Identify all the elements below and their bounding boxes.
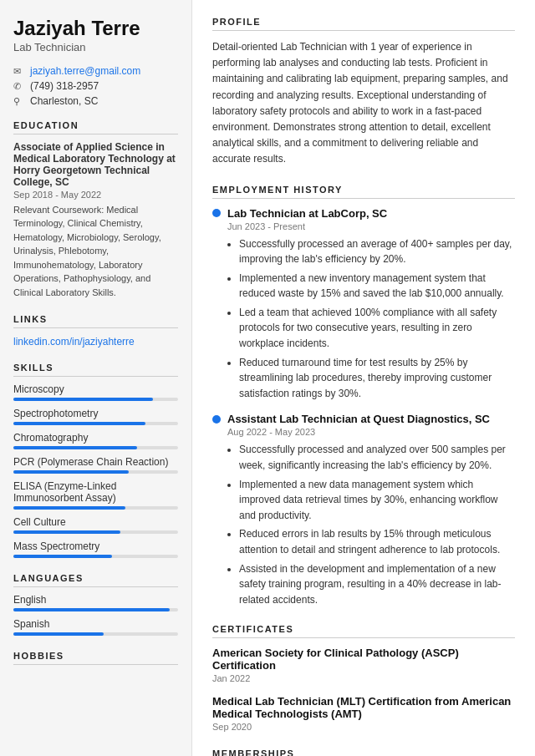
skill-bar-bg: [13, 470, 178, 474]
memberships-title: MEMBERSHIPS: [212, 748, 515, 756]
job-period: Jun 2023 - Present: [227, 221, 515, 231]
skill-bar-fill: [13, 470, 129, 474]
candidate-name: Jaziyah Terre: [13, 17, 178, 41]
job-entry: Assistant Lab Technician at Quest Diagno…: [212, 413, 515, 607]
job-bullets: Successfully processed and analyzed over…: [227, 442, 515, 607]
sidebar: Jaziyah Terre Lab Technician ✉ jaziyah.t…: [0, 0, 192, 756]
location-item: ⚲ Charleston, SC: [13, 95, 178, 107]
job-bullets: Successfully processed an average of 400…: [227, 236, 515, 402]
skill-bar-bg: [13, 398, 178, 401]
job-dot: [212, 209, 221, 217]
job-bullet: Successfully processed an average of 400…: [239, 236, 515, 267]
skills-list: Microscopy Spectrophotometry Chromatogra…: [13, 383, 178, 558]
edu-date: Sep 2018 - May 2022: [13, 190, 178, 200]
skill-name: PCR (Polymerase Chain Reaction): [13, 456, 178, 468]
profile-text: Detail-oriented Lab Technician with 1 ye…: [212, 39, 515, 168]
job-title: Assistant Lab Technician at Quest Diagno…: [227, 413, 490, 425]
cert-entry: Medical Lab Technician (MLT) Certificati…: [212, 695, 515, 732]
skill-bar-fill: [13, 398, 153, 401]
certs-list: American Society for Clinical Pathology …: [212, 647, 515, 732]
languages-title: LANGUAGES: [13, 573, 178, 587]
location-text: Charleston, SC: [30, 95, 98, 107]
skill-name: Spectrophotometry: [13, 408, 178, 419]
language-name: English: [13, 594, 178, 606]
employment-title: EMPLOYMENT HISTORY: [212, 185, 515, 199]
skill-name: Cell Culture: [13, 516, 178, 528]
certificates-title: CERTIFICATES: [212, 624, 515, 638]
skill-item: Microscopy: [13, 383, 178, 401]
language-bar-bg: [13, 608, 178, 611]
skill-bar-bg: [13, 555, 178, 558]
certificates-section: CERTIFICATES American Society for Clinic…: [212, 624, 515, 732]
cert-date: Jan 2022: [212, 673, 515, 683]
job-bullet: Reduced turnaround time for test results…: [239, 355, 515, 402]
skill-bar-bg: [13, 422, 178, 425]
language-bar-fill: [13, 608, 170, 611]
skill-item: Chromatography: [13, 432, 178, 449]
skill-name: Chromatography: [13, 432, 178, 444]
skill-bar-bg: [13, 446, 178, 449]
links-title: LINKS: [13, 314, 178, 328]
skill-bar-fill: [13, 422, 145, 425]
phone-icon: ✆: [13, 81, 25, 92]
language-name: Spanish: [13, 618, 178, 630]
phone-item: ✆ (749) 318-2957: [13, 80, 178, 92]
main-content: PROFILE Detail-oriented Lab Technician w…: [192, 0, 535, 756]
job-bullet: Implemented a new inventory management s…: [239, 271, 515, 302]
job-bullet: Led a team that achieved 100% compliance…: [239, 305, 515, 352]
job-entry: Lab Technician at LabCorp, SC Jun 2023 -…: [212, 207, 515, 402]
links-section: LINKS linkedin.com/in/jaziyahterre: [13, 314, 178, 348]
job-bullet: Successfully processed and analyzed over…: [239, 442, 515, 473]
hobbies-title: HOBBIES: [13, 651, 178, 665]
cert-date: Sep 2020: [212, 722, 515, 732]
edu-coursework: Relevant Coursework: Medical Terminology…: [13, 203, 178, 300]
job-title: Lab Technician at LabCorp, SC: [227, 207, 387, 220]
cert-title: American Society for Clinical Pathology …: [212, 647, 515, 672]
skill-item: Spectrophotometry: [13, 408, 178, 425]
memberships-section: MEMBERSHIPS American Society for Clinica…: [212, 748, 515, 756]
profile-section: PROFILE Detail-oriented Lab Technician w…: [212, 17, 515, 168]
contact-section: ✉ jaziyah.terre@gmail.com ✆ (749) 318-29…: [13, 65, 178, 107]
skill-item: ELISA (Enzyme-Linked Immunosorbent Assay…: [13, 480, 178, 510]
candidate-job-title: Lab Technician: [13, 41, 178, 53]
skill-name: Microscopy: [13, 383, 178, 395]
edu-degree: Associate of Applied Science in Medical …: [13, 141, 178, 188]
education-section: EDUCATION Associate of Applied Science i…: [13, 120, 178, 300]
jobs-list: Lab Technician at LabCorp, SC Jun 2023 -…: [212, 207, 515, 608]
skill-bar-fill: [13, 555, 112, 558]
job-header: Lab Technician at LabCorp, SC: [212, 207, 515, 220]
location-icon: ⚲: [13, 96, 25, 107]
email-link[interactable]: jaziyah.terre@gmail.com: [30, 65, 140, 77]
job-bullet: Implemented a new data management system…: [239, 477, 515, 524]
linkedin-link[interactable]: linkedin.com/in/jaziyahterre: [13, 336, 135, 348]
languages-list: English Spanish: [13, 594, 178, 636]
job-dot: [212, 415, 221, 424]
skills-section: SKILLS Microscopy Spectrophotometry Chro…: [13, 363, 178, 558]
hobbies-section: HOBBIES: [13, 651, 178, 665]
phone-text: (749) 318-2957: [30, 80, 99, 92]
employment-section: EMPLOYMENT HISTORY Lab Technician at Lab…: [212, 185, 515, 608]
skill-item: Cell Culture: [13, 516, 178, 534]
skill-bar-bg: [13, 506, 178, 510]
job-period: Aug 2022 - May 2023: [227, 427, 515, 437]
skill-name: ELISA (Enzyme-Linked Immunosorbent Assay…: [13, 480, 178, 504]
job-header: Assistant Lab Technician at Quest Diagno…: [212, 413, 515, 425]
skill-item: PCR (Polymerase Chain Reaction): [13, 456, 178, 474]
skills-title: SKILLS: [13, 363, 178, 377]
skill-item: Mass Spectrometry: [13, 540, 178, 558]
job-bullet: Assisted in the development and implemen…: [239, 561, 515, 608]
skill-bar-fill: [13, 446, 137, 449]
email-item: ✉ jaziyah.terre@gmail.com: [13, 65, 178, 77]
education-title: EDUCATION: [13, 120, 178, 134]
email-icon: ✉: [13, 66, 25, 77]
cert-entry: American Society for Clinical Pathology …: [212, 647, 515, 683]
job-bullet: Reduced errors in lab results by 15% thr…: [239, 526, 515, 557]
skill-bar-bg: [13, 530, 178, 534]
skill-bar-fill: [13, 530, 120, 534]
cert-title: Medical Lab Technician (MLT) Certificati…: [212, 695, 515, 720]
skill-name: Mass Spectrometry: [13, 540, 178, 552]
profile-title: PROFILE: [212, 17, 515, 31]
language-item: English: [13, 594, 178, 611]
language-bar-fill: [13, 632, 104, 636]
skill-bar-fill: [13, 506, 125, 510]
